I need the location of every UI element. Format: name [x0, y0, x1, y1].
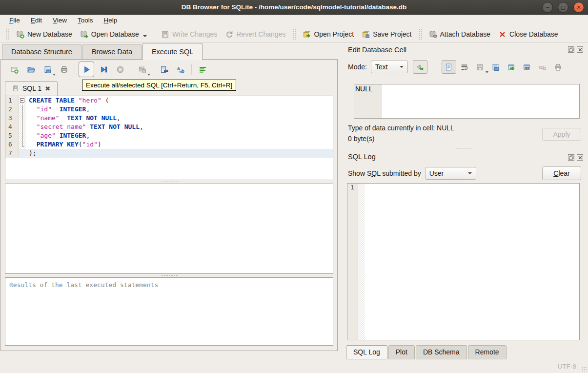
close-dock-icon[interactable]	[577, 154, 583, 161]
sql-log-view[interactable]: 1	[347, 183, 580, 340]
mode-select[interactable]: Text	[371, 61, 408, 73]
find-replace-button[interactable]	[173, 62, 188, 76]
export-data-button[interactable]	[488, 60, 503, 74]
dock-tab-plot[interactable]: Plot	[388, 345, 415, 359]
toolbar-button-label: Open Database	[91, 30, 139, 38]
format-sql-button[interactable]	[195, 62, 210, 76]
editor-line-3[interactable]: 3 "name" TEXT NOT NULL,	[5, 114, 333, 123]
toolbar-separator	[153, 64, 153, 75]
find-button[interactable]	[157, 62, 171, 76]
toolbar-button-label: Close Database	[509, 30, 558, 38]
code-text: "age" INTEGER,	[26, 131, 333, 140]
chevron-down-icon[interactable]	[143, 35, 147, 37]
sql-editor-toolbar	[1, 60, 337, 79]
cell-type-info: Type of data currently in cell: NULL	[348, 124, 454, 132]
write-changes-icon	[161, 30, 169, 39]
toolbar-handle[interactable]	[419, 28, 422, 40]
encoding-indicator[interactable]: UTF-8	[558, 363, 576, 370]
editor-splitter[interactable]	[1, 180, 337, 184]
editor-line-7[interactable]: 7);	[5, 149, 333, 158]
close-icon[interactable]: ✕	[573, 2, 584, 13]
chevron-down-icon[interactable]	[147, 74, 150, 76]
log-fold-margin	[358, 184, 365, 340]
copy-link-button[interactable]	[520, 60, 534, 74]
save-sql-file-icon	[43, 65, 52, 74]
execute-sql-icon	[82, 65, 91, 74]
new-sql-tab-button[interactable]	[7, 62, 21, 76]
stop-button[interactable]	[113, 62, 127, 76]
auto-apply-button[interactable]	[413, 60, 427, 74]
float-dock-icon[interactable]	[568, 46, 574, 53]
word-wrap-button[interactable]	[457, 60, 472, 74]
tab-execute-sql[interactable]: Execute SQL	[142, 43, 203, 60]
toolbar-separator	[131, 64, 131, 75]
menu-help[interactable]: Help	[100, 16, 122, 25]
cell-value-editor[interactable]: NULL	[354, 84, 580, 119]
open-in-external-button[interactable]	[504, 60, 519, 74]
editor-line-1[interactable]: 1CREATE TABLE "hero" (	[5, 96, 333, 105]
open-sql-file-button[interactable]	[23, 62, 38, 76]
open-database-button[interactable]: Open Database	[76, 28, 151, 41]
import-data-icon	[476, 63, 484, 71]
copy-link-icon	[523, 63, 531, 71]
open-project-icon	[303, 30, 311, 39]
dock-splitter[interactable]	[344, 146, 584, 150]
close-dock-icon[interactable]	[577, 46, 583, 53]
set-null-button[interactable]	[535, 60, 550, 74]
editor-line-5[interactable]: 5 "age" INTEGER,	[5, 131, 333, 140]
dock-tab-remote[interactable]: Remote	[468, 345, 507, 359]
menu-view[interactable]: View	[48, 16, 71, 25]
word-wrap-icon	[460, 63, 468, 71]
fold-margin[interactable]	[19, 96, 26, 105]
results-splitter[interactable]	[1, 274, 337, 277]
toolbar-handle[interactable]	[6, 28, 9, 40]
editor-line-2[interactable]: 2 "id" INTEGER,	[5, 105, 333, 114]
log-filter-select[interactable]: User	[425, 167, 476, 180]
chevron-down-icon	[468, 172, 472, 174]
dock-tab-db-schema[interactable]: DB Schema	[416, 345, 467, 359]
float-dock-icon[interactable]	[568, 154, 574, 161]
revert-changes-button: Revert Changes	[221, 28, 289, 41]
chevron-down-icon	[400, 66, 404, 68]
clear-log-button[interactable]: Clear	[542, 166, 581, 180]
apply-button[interactable]: Apply	[542, 128, 581, 141]
chevron-down-icon[interactable]	[53, 74, 56, 76]
menu-edit[interactable]: Edit	[26, 16, 46, 25]
save-project-button[interactable]: Save Project	[358, 28, 415, 41]
tab-browse-data[interactable]: Browse Data	[82, 44, 142, 60]
close-database-button[interactable]: Close Database	[494, 28, 562, 41]
attach-database-icon	[429, 30, 437, 39]
attach-database-button[interactable]: Attach Database	[425, 28, 495, 41]
stop-icon	[116, 65, 124, 74]
print-button[interactable]	[57, 62, 71, 76]
line-number: 1	[5, 96, 19, 105]
sql-log-dock-title: SQL Log	[348, 153, 376, 161]
close-tab-icon[interactable]: ✖	[45, 85, 50, 92]
text-mode-button[interactable]	[442, 60, 456, 74]
editor-line-6[interactable]: 6 PRIMARY KEY("id")	[5, 140, 333, 149]
menu-tools[interactable]: Tools	[73, 16, 98, 25]
open-project-button[interactable]: Open Project	[299, 28, 358, 41]
minimize-icon[interactable]: –	[542, 2, 553, 13]
print-cell-button[interactable]	[551, 60, 566, 74]
save-results-button[interactable]	[135, 62, 149, 76]
tab-database-structure[interactable]: Database Structure	[2, 44, 81, 60]
execute-sql-tooltip: Execute all/selected SQL [Ctrl+Return, F…	[82, 80, 236, 91]
dock-tab-sql-log[interactable]: SQL Log	[346, 345, 387, 359]
resize-grip[interactable]	[582, 367, 587, 372]
new-database-button[interactable]: New Database	[12, 28, 76, 41]
edit-cell-dock-title: Edit Database Cell	[348, 46, 406, 54]
log-line-number: 1	[347, 184, 358, 340]
toolbar-button-label: Attach Database	[440, 30, 491, 38]
maximize-icon[interactable]: ◻	[558, 2, 568, 13]
save-sql-file-button[interactable]	[40, 62, 55, 76]
execute-current-line-button[interactable]	[96, 62, 111, 76]
sql-editor[interactable]: 1CREATE TABLE "hero" (2 "id" INTEGER,3 "…	[5, 96, 333, 180]
execute-sql-button[interactable]	[79, 62, 94, 77]
title-bar[interactable]: DB Browser for SQLite - /home/user/code/…	[0, 0, 588, 15]
import-data-button[interactable]	[473, 60, 487, 74]
tab-sql-1[interactable]: SQL 1 ✖	[5, 81, 58, 96]
editor-line-4[interactable]: 4 "secret_name" TEXT NOT NULL,	[5, 123, 333, 131]
menu-file[interactable]: File	[5, 16, 24, 25]
toolbar-handle[interactable]	[292, 28, 296, 40]
